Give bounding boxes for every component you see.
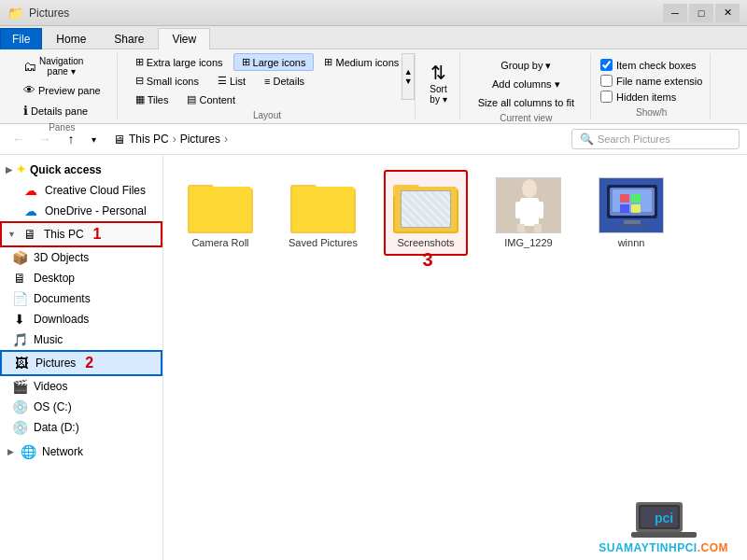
data-d-icon: 💿 [11, 420, 28, 435]
ribbon-tabs: File Home Share View [0, 26, 747, 49]
this-pc-children: 📦 3D Objects 🖥 Desktop 📄 Documents ⬇ Dow… [0, 247, 162, 438]
layout-expand-button[interactable]: ▲▼ [402, 53, 415, 100]
videos-icon: 🎬 [11, 379, 28, 394]
medium-icons-button[interactable]: ⊞ Medium icons [316, 53, 407, 71]
current-view-group: Group by ▾ Add columns ▾ Size all column… [462, 53, 591, 119]
breadcrumb-pictures: Pictures [180, 133, 220, 146]
this-pc-expand: ▼ [7, 230, 16, 239]
file-item-screenshots[interactable]: Screenshots 3 [384, 170, 468, 256]
file-grid: Camera Roll Saved Pictures [178, 170, 732, 256]
sidebar-item-downloads[interactable]: ⬇ Downloads [0, 309, 162, 329]
navigation-pane-button[interactable]: 🗂 Navigationpane ▾ [15, 53, 109, 79]
hidden-items-checkbox[interactable]: Hidden items [600, 91, 702, 103]
desktop-icon: 🖥 [11, 271, 28, 286]
search-placeholder: Search Pictures [598, 133, 670, 145]
tab-share[interactable]: Share [100, 28, 158, 49]
svg-rect-15 [620, 204, 629, 213]
creative-cloud-label: Creative Cloud Files [45, 184, 146, 197]
large-icons-button[interactable]: ⊞ Large icons [233, 53, 315, 71]
sidebar-item-network[interactable]: ▶ 🌐 Network [0, 441, 162, 462]
file-item-img-1229[interactable]: IMG_1229 [486, 170, 571, 256]
close-button[interactable]: ✕ [715, 4, 740, 22]
item-checkboxes-input[interactable] [600, 59, 613, 71]
quick-access-label: Quick access [30, 163, 102, 176]
sidebar-item-3d-objects[interactable]: 📦 3D Objects [0, 247, 162, 268]
main-area: ▶ ✦ Quick access ☁ Creative Cloud Files … [0, 155, 747, 560]
content-button[interactable]: ▤ Content [178, 91, 244, 108]
size-all-columns-button[interactable]: Size all columns to fit [470, 94, 583, 111]
pci-logo-svg: pci [631, 495, 697, 541]
small-icons-button[interactable]: ⊟ Small icons [127, 72, 207, 90]
file-name-ext-checkbox[interactable]: File name extensio [600, 75, 702, 87]
this-pc-icon: 🖥 [21, 227, 38, 242]
details-button[interactable]: ≡ Details [256, 72, 313, 90]
minimize-button[interactable]: ─ [663, 4, 687, 22]
sidebar-item-creative-cloud[interactable]: ☁ Creative Cloud Files [0, 180, 162, 201]
screenshots-label: Screenshots [397, 237, 454, 248]
breadcrumb[interactable]: 🖥 This PC › Pictures › [105, 129, 568, 150]
svg-rect-12 [618, 224, 646, 227]
item-checkboxes-checkbox[interactable]: Item check boxes [600, 59, 702, 71]
sidebar-item-pictures[interactable]: 🖼 Pictures 2 [0, 350, 162, 376]
svg-point-1 [522, 179, 537, 198]
sidebar-item-os-c[interactable]: 💿 OS (C:) [0, 397, 162, 417]
desktop-label: Desktop [34, 272, 75, 285]
this-pc-label: This PC [44, 228, 84, 241]
sidebar-item-onedrive[interactable]: ☁ OneDrive - Personal [0, 201, 162, 221]
group-by-button[interactable]: Group by ▾ [470, 57, 583, 75]
sidebar-item-music[interactable]: 🎵 Music [0, 329, 162, 350]
sidebar-item-videos[interactable]: 🎬 Videos [0, 376, 162, 397]
winnn-label: winnn [618, 237, 645, 248]
details-pane-button[interactable]: ℹ Details pane [15, 101, 109, 120]
music-label: Music [34, 333, 63, 346]
svg-rect-14 [631, 194, 641, 203]
sidebar-item-data-d[interactable]: 💿 Data (D:) [0, 417, 162, 438]
show-hide-group: Item check boxes File name extensio Hidd… [593, 53, 711, 119]
title-bar: 📁 Pictures ─ □ ✕ [0, 0, 747, 26]
list-button[interactable]: ☰ List [209, 72, 254, 90]
svg-rect-6 [534, 224, 542, 233]
layout-group-items: ⊞ Extra large icons ⊞ Large icons ⊞ Medi… [127, 53, 408, 108]
videos-label: Videos [34, 380, 67, 393]
sidebar-item-documents[interactable]: 📄 Documents [0, 288, 162, 309]
title-bar-text: Pictures [29, 7, 663, 20]
watermark: pci SUAMAYTINHPCI.COM [599, 495, 728, 554]
search-box[interactable]: 🔍 Search Pictures [571, 129, 740, 149]
bride-svg [497, 177, 560, 233]
downloads-label: Downloads [34, 313, 89, 326]
os-c-label: OS (C:) [34, 400, 72, 413]
computer-svg [599, 177, 663, 233]
tab-file[interactable]: File [0, 28, 42, 49]
preview-pane-button[interactable]: 👁 Preview pane [15, 80, 109, 100]
tab-home[interactable]: Home [42, 28, 100, 49]
extra-large-icons-button[interactable]: ⊞ Extra large icons [127, 53, 232, 71]
panes-group: 🗂 Navigationpane ▾ 👁 Preview pane ℹ Deta… [7, 53, 118, 119]
downloads-icon: ⬇ [11, 312, 28, 327]
pictures-label: Pictures [35, 357, 76, 370]
quick-access-expand: ▶ [6, 165, 12, 175]
svg-rect-16 [631, 204, 641, 213]
file-item-camera-roll[interactable]: Camera Roll [178, 170, 262, 256]
file-item-saved-pictures[interactable]: Saved Pictures [281, 170, 365, 256]
tab-view[interactable]: View [158, 28, 210, 49]
camera-roll-icon [188, 177, 253, 233]
sort-by-button[interactable]: ⇅ Sort by ▾ [423, 57, 453, 109]
add-columns-button[interactable]: Add columns ▾ [470, 76, 583, 93]
file-item-winnn[interactable]: winnn [589, 170, 673, 256]
sidebar-item-desktop[interactable]: 🖥 Desktop [0, 268, 162, 288]
saved-pictures-icon [290, 177, 356, 233]
sidebar-item-this-pc[interactable]: ▼ 🖥 This PC 1 [0, 221, 162, 247]
hidden-items-input[interactable] [600, 91, 613, 103]
documents-label: Documents [34, 292, 91, 305]
quick-access-header[interactable]: ▶ ✦ Quick access [0, 159, 162, 180]
file-name-ext-input[interactable] [600, 75, 613, 87]
maximize-button[interactable]: □ [689, 4, 713, 22]
panes-group-label: Panes [15, 122, 109, 133]
onedrive-icon: ☁ [22, 203, 39, 218]
show-group-label: Show/h [600, 107, 702, 118]
layout-group: ⊞ Extra large icons ⊞ Large icons ⊞ Medi… [120, 53, 416, 119]
title-bar-icon: 📁 [7, 6, 23, 21]
this-pc-badge: 1 [93, 226, 102, 243]
tiles-button[interactable]: ▦ Tiles [127, 91, 177, 108]
os-c-icon: 💿 [11, 399, 28, 414]
